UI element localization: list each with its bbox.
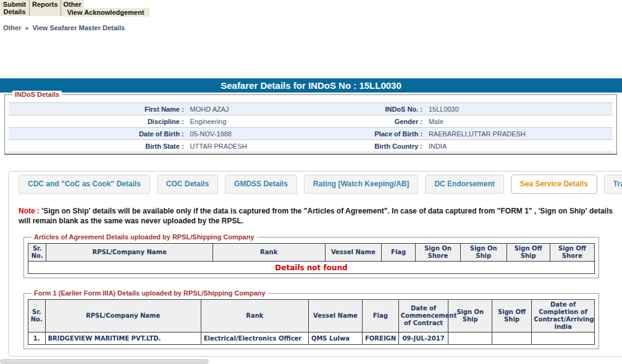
tab-coc-details[interactable]: COC Details xyxy=(157,175,218,194)
tab-dc-endorsement[interactable]: DC Endorsement xyxy=(425,175,503,194)
indos-no-label: INDoS No. : xyxy=(359,105,422,113)
breadcrumb-root: Other xyxy=(3,24,21,31)
table-header-row: Sr. No. RPSL/Company Name Rank Vessel Na… xyxy=(28,300,595,333)
detail-tabs: CDC and "CoC as Cook" Details COC Detail… xyxy=(9,172,622,194)
cell-flag: FOREIGN xyxy=(363,333,399,345)
tab-cdc-coc-as-cook[interactable]: CDC and "CoC as Cook" Details xyxy=(19,175,150,194)
horizontal-scrollbar-thumb[interactable] xyxy=(0,359,209,364)
birth-state-label: Birth State : xyxy=(9,143,184,150)
empty-row: Details not found xyxy=(28,262,595,274)
indos-no-value: 15LL0030 xyxy=(422,105,613,113)
col-header-rank: Rank xyxy=(212,244,325,262)
cell-company: BRIDGEVIEW MARITIME PVT.LTD. xyxy=(45,333,201,345)
indos-row-discipline: Discipline : Engineering Gender : Male xyxy=(9,115,613,128)
sea-service-tab-panel: CDC and "CoC as Cook" Details COC Detail… xyxy=(8,171,622,357)
col-header-sr-no: Sr. No. xyxy=(28,300,46,333)
indos-row-state: Birth State : UTTAR PRADESH Birth Countr… xyxy=(9,140,613,152)
breadcrumb-separator: » xyxy=(25,24,28,31)
col-header-flag: Flag xyxy=(363,300,399,333)
col-header-commencement-date: Date of Commencement of Contract xyxy=(398,300,448,333)
col-header-company: RPSL/Company Name xyxy=(46,244,213,262)
place-of-birth-label: Place of Birth : xyxy=(359,130,422,138)
col-header-sr-no: Sr. No. xyxy=(28,244,46,262)
details-not-found-message: Details not found xyxy=(28,262,595,274)
col-header-sign-on-ship: Sign On Ship xyxy=(460,244,506,262)
discipline-value: Engineering xyxy=(184,118,359,125)
page-title: Seafarer Details for INDoS No : 15LL0030 xyxy=(0,78,622,93)
note-text: 'Sign on Ship' details will be available… xyxy=(19,207,613,225)
page: Submit Details Reports Other View Acknow… xyxy=(0,0,622,364)
articles-of-agreement-fieldset: Articles of Agreement Details uploaded b… xyxy=(23,237,599,278)
col-header-company: RPSL/Company Name xyxy=(45,300,201,333)
menu-item-view-acknowledgement[interactable]: View Acknowledgement xyxy=(63,9,148,16)
col-header-vessel: Vessel Name xyxy=(308,300,362,333)
col-header-vessel: Vessel Name xyxy=(325,244,382,262)
tab-training-details[interactable]: Training Details xyxy=(604,175,622,194)
cell-sr-no: 1. xyxy=(28,333,46,345)
birth-state-value: UTTAR PRADESH xyxy=(184,143,359,150)
place-of-birth-value: RAEBARELI,UTTAR PRADESH xyxy=(422,130,613,138)
col-header-completion-date: Date of Completion of Contract/Arriving … xyxy=(532,300,595,333)
form1-table: Sr. No. RPSL/Company Name Rank Vessel Na… xyxy=(28,299,595,345)
col-header-flag: Flag xyxy=(382,244,416,262)
table-header-row: Sr. No. RPSL/Company Name Rank Vessel Na… xyxy=(28,244,595,262)
other-menu-dropdown: View Acknowledgement xyxy=(62,8,149,17)
discipline-label: Discipline : xyxy=(9,118,184,125)
tab-rating-watch-keeping[interactable]: Rating [Watch Keeping/AB] xyxy=(304,175,419,194)
indos-details-legend: INDoS Details xyxy=(12,91,62,98)
breadcrumb: Other»View Seafarer Master Details xyxy=(3,24,125,31)
col-header-sign-off-ship: Sign Off Ship xyxy=(492,300,531,333)
cell-vessel: QMS Lulwa xyxy=(308,333,362,345)
date-of-birth-label: Date of Birth : xyxy=(9,130,184,138)
form1-fieldset: Form 1 (Earlier Form IIIA) Details uploa… xyxy=(23,293,599,349)
breadcrumb-current-page[interactable]: View Seafarer Master Details xyxy=(32,24,125,31)
cell-rank: Electrical/Electronics Officer xyxy=(201,333,308,345)
gender-value: Male xyxy=(422,118,613,125)
col-header-sign-off-shore: Sign Off Shore xyxy=(550,244,594,262)
indos-details-rows: First Name : MOHD AZAJ INDoS No. : 15LL0… xyxy=(9,102,613,152)
col-header-sign-off-ship: Sign Off Ship xyxy=(506,244,550,262)
sign-on-ship-note: Note : 'Sign on Ship' details will be av… xyxy=(19,206,616,226)
note-label: Note : xyxy=(19,207,40,215)
col-header-sign-on-shore: Sign On Shore xyxy=(416,244,460,262)
articles-of-agreement-legend: Articles of Agreement Details uploaded b… xyxy=(32,233,257,241)
cell-commencement-date: 09-JUL-2017 xyxy=(398,333,448,345)
indos-row-birth: Date of Birth : 05-NOV-1988 Place of Bir… xyxy=(9,128,613,140)
table-row: 1. BRIDGEVIEW MARITIME PVT.LTD. Electric… xyxy=(28,333,595,345)
form1-legend: Form 1 (Earlier Form IIIA) Details uploa… xyxy=(32,289,268,297)
cell-sign-on-ship xyxy=(448,333,492,345)
date-of-birth-value: 05-NOV-1988 xyxy=(184,130,359,138)
col-header-rank: Rank xyxy=(201,300,308,333)
tab-gmdss-details[interactable]: GMDSS Details xyxy=(225,175,297,194)
menu-item-submit-details[interactable]: Submit Details xyxy=(0,0,29,16)
birth-country-label: Birth Country : xyxy=(359,143,422,150)
cell-completion-date xyxy=(532,333,595,345)
gender-label: Gender : xyxy=(359,118,422,125)
tab-sea-service-details[interactable]: Sea Service Details xyxy=(511,175,597,194)
indos-details-fieldset: INDoS Details First Name : MOHD AZAJ IND… xyxy=(4,94,617,155)
first-name-label: First Name : xyxy=(9,105,184,113)
cell-sign-off-ship xyxy=(492,333,531,345)
articles-of-agreement-table: Sr. No. RPSL/Company Name Rank Vessel Na… xyxy=(28,243,595,274)
first-name-value: MOHD AZAJ xyxy=(184,105,359,113)
indos-row-name: First Name : MOHD AZAJ INDoS No. : 15LL0… xyxy=(9,103,613,115)
menu-item-reports[interactable]: Reports xyxy=(30,0,61,16)
birth-country-value: INDIA xyxy=(422,143,613,150)
